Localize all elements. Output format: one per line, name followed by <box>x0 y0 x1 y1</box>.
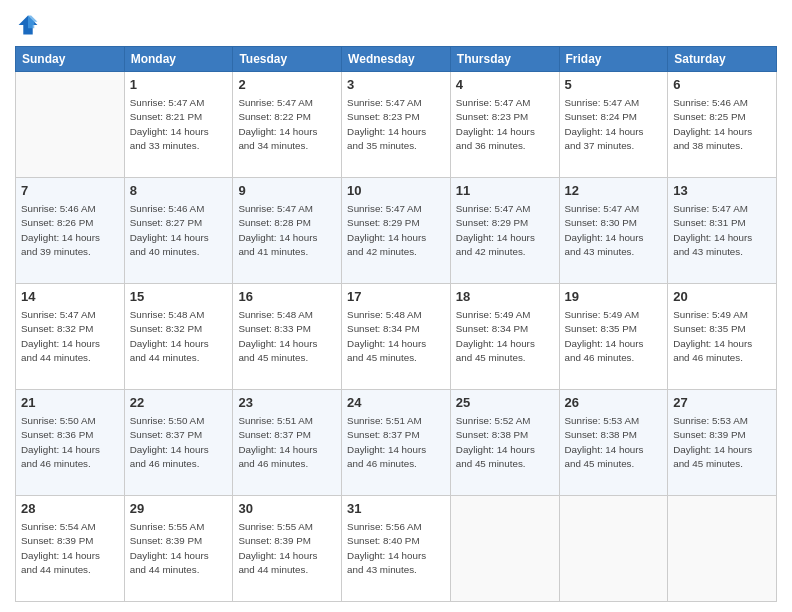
weekday-header-wednesday: Wednesday <box>342 47 451 72</box>
day-info: Sunrise: 5:49 AMSunset: 8:35 PMDaylight:… <box>673 308 771 365</box>
weekday-header-friday: Friday <box>559 47 668 72</box>
header <box>15 10 777 40</box>
calendar-cell: 4Sunrise: 5:47 AMSunset: 8:23 PMDaylight… <box>450 72 559 178</box>
calendar-cell: 31Sunrise: 5:56 AMSunset: 8:40 PMDayligh… <box>342 496 451 602</box>
day-number: 17 <box>347 288 445 306</box>
day-number: 21 <box>21 394 119 412</box>
day-info: Sunrise: 5:51 AMSunset: 8:37 PMDaylight:… <box>347 414 445 471</box>
calendar-cell <box>16 72 125 178</box>
day-info: Sunrise: 5:47 AMSunset: 8:31 PMDaylight:… <box>673 202 771 259</box>
day-number: 20 <box>673 288 771 306</box>
day-info: Sunrise: 5:47 AMSunset: 8:21 PMDaylight:… <box>130 96 228 153</box>
day-info: Sunrise: 5:46 AMSunset: 8:25 PMDaylight:… <box>673 96 771 153</box>
day-info: Sunrise: 5:50 AMSunset: 8:37 PMDaylight:… <box>130 414 228 471</box>
day-info: Sunrise: 5:53 AMSunset: 8:38 PMDaylight:… <box>565 414 663 471</box>
day-info: Sunrise: 5:46 AMSunset: 8:26 PMDaylight:… <box>21 202 119 259</box>
day-number: 4 <box>456 76 554 94</box>
calendar-cell: 18Sunrise: 5:49 AMSunset: 8:34 PMDayligh… <box>450 284 559 390</box>
day-number: 29 <box>130 500 228 518</box>
day-number: 25 <box>456 394 554 412</box>
day-info: Sunrise: 5:48 AMSunset: 8:34 PMDaylight:… <box>347 308 445 365</box>
day-number: 6 <box>673 76 771 94</box>
day-info: Sunrise: 5:49 AMSunset: 8:34 PMDaylight:… <box>456 308 554 365</box>
day-info: Sunrise: 5:47 AMSunset: 8:22 PMDaylight:… <box>238 96 336 153</box>
day-number: 26 <box>565 394 663 412</box>
calendar-cell: 28Sunrise: 5:54 AMSunset: 8:39 PMDayligh… <box>16 496 125 602</box>
calendar-cell: 24Sunrise: 5:51 AMSunset: 8:37 PMDayligh… <box>342 390 451 496</box>
day-number: 8 <box>130 182 228 200</box>
page: SundayMondayTuesdayWednesdayThursdayFrid… <box>0 0 792 612</box>
day-info: Sunrise: 5:47 AMSunset: 8:30 PMDaylight:… <box>565 202 663 259</box>
day-number: 28 <box>21 500 119 518</box>
calendar-cell: 29Sunrise: 5:55 AMSunset: 8:39 PMDayligh… <box>124 496 233 602</box>
calendar-cell: 27Sunrise: 5:53 AMSunset: 8:39 PMDayligh… <box>668 390 777 496</box>
weekday-header-tuesday: Tuesday <box>233 47 342 72</box>
day-info: Sunrise: 5:55 AMSunset: 8:39 PMDaylight:… <box>238 520 336 577</box>
day-info: Sunrise: 5:51 AMSunset: 8:37 PMDaylight:… <box>238 414 336 471</box>
logo-icon <box>17 14 39 36</box>
calendar-cell <box>450 496 559 602</box>
day-info: Sunrise: 5:47 AMSunset: 8:32 PMDaylight:… <box>21 308 119 365</box>
weekday-header-monday: Monday <box>124 47 233 72</box>
day-info: Sunrise: 5:52 AMSunset: 8:38 PMDaylight:… <box>456 414 554 471</box>
calendar-cell: 17Sunrise: 5:48 AMSunset: 8:34 PMDayligh… <box>342 284 451 390</box>
calendar-cell: 16Sunrise: 5:48 AMSunset: 8:33 PMDayligh… <box>233 284 342 390</box>
day-number: 16 <box>238 288 336 306</box>
day-info: Sunrise: 5:48 AMSunset: 8:33 PMDaylight:… <box>238 308 336 365</box>
day-number: 9 <box>238 182 336 200</box>
weekday-header-sunday: Sunday <box>16 47 125 72</box>
calendar-cell: 3Sunrise: 5:47 AMSunset: 8:23 PMDaylight… <box>342 72 451 178</box>
calendar-cell <box>559 496 668 602</box>
calendar-cell: 12Sunrise: 5:47 AMSunset: 8:30 PMDayligh… <box>559 178 668 284</box>
calendar-cell: 20Sunrise: 5:49 AMSunset: 8:35 PMDayligh… <box>668 284 777 390</box>
calendar-table: SundayMondayTuesdayWednesdayThursdayFrid… <box>15 46 777 602</box>
day-number: 13 <box>673 182 771 200</box>
day-info: Sunrise: 5:49 AMSunset: 8:35 PMDaylight:… <box>565 308 663 365</box>
day-number: 30 <box>238 500 336 518</box>
calendar-cell: 2Sunrise: 5:47 AMSunset: 8:22 PMDaylight… <box>233 72 342 178</box>
weekday-header-saturday: Saturday <box>668 47 777 72</box>
calendar-cell: 21Sunrise: 5:50 AMSunset: 8:36 PMDayligh… <box>16 390 125 496</box>
calendar-cell: 9Sunrise: 5:47 AMSunset: 8:28 PMDaylight… <box>233 178 342 284</box>
calendar-cell: 7Sunrise: 5:46 AMSunset: 8:26 PMDaylight… <box>16 178 125 284</box>
day-info: Sunrise: 5:54 AMSunset: 8:39 PMDaylight:… <box>21 520 119 577</box>
day-info: Sunrise: 5:47 AMSunset: 8:23 PMDaylight:… <box>347 96 445 153</box>
calendar-cell: 15Sunrise: 5:48 AMSunset: 8:32 PMDayligh… <box>124 284 233 390</box>
day-info: Sunrise: 5:47 AMSunset: 8:23 PMDaylight:… <box>456 96 554 153</box>
day-number: 15 <box>130 288 228 306</box>
logo <box>15 14 39 40</box>
day-number: 19 <box>565 288 663 306</box>
calendar-week-row: 21Sunrise: 5:50 AMSunset: 8:36 PMDayligh… <box>16 390 777 496</box>
day-info: Sunrise: 5:47 AMSunset: 8:29 PMDaylight:… <box>347 202 445 259</box>
day-number: 24 <box>347 394 445 412</box>
weekday-header-row: SundayMondayTuesdayWednesdayThursdayFrid… <box>16 47 777 72</box>
calendar-cell: 25Sunrise: 5:52 AMSunset: 8:38 PMDayligh… <box>450 390 559 496</box>
weekday-header-thursday: Thursday <box>450 47 559 72</box>
day-info: Sunrise: 5:46 AMSunset: 8:27 PMDaylight:… <box>130 202 228 259</box>
day-info: Sunrise: 5:47 AMSunset: 8:24 PMDaylight:… <box>565 96 663 153</box>
calendar-cell: 6Sunrise: 5:46 AMSunset: 8:25 PMDaylight… <box>668 72 777 178</box>
day-number: 18 <box>456 288 554 306</box>
calendar-cell <box>668 496 777 602</box>
day-number: 31 <box>347 500 445 518</box>
day-info: Sunrise: 5:55 AMSunset: 8:39 PMDaylight:… <box>130 520 228 577</box>
calendar-week-row: 14Sunrise: 5:47 AMSunset: 8:32 PMDayligh… <box>16 284 777 390</box>
calendar-cell: 10Sunrise: 5:47 AMSunset: 8:29 PMDayligh… <box>342 178 451 284</box>
calendar-week-row: 7Sunrise: 5:46 AMSunset: 8:26 PMDaylight… <box>16 178 777 284</box>
calendar-week-row: 28Sunrise: 5:54 AMSunset: 8:39 PMDayligh… <box>16 496 777 602</box>
day-info: Sunrise: 5:47 AMSunset: 8:29 PMDaylight:… <box>456 202 554 259</box>
svg-marker-1 <box>28 16 37 29</box>
calendar-cell: 22Sunrise: 5:50 AMSunset: 8:37 PMDayligh… <box>124 390 233 496</box>
day-number: 14 <box>21 288 119 306</box>
day-info: Sunrise: 5:50 AMSunset: 8:36 PMDaylight:… <box>21 414 119 471</box>
calendar-cell: 13Sunrise: 5:47 AMSunset: 8:31 PMDayligh… <box>668 178 777 284</box>
day-number: 22 <box>130 394 228 412</box>
calendar-cell: 14Sunrise: 5:47 AMSunset: 8:32 PMDayligh… <box>16 284 125 390</box>
day-number: 2 <box>238 76 336 94</box>
day-number: 23 <box>238 394 336 412</box>
day-number: 3 <box>347 76 445 94</box>
day-info: Sunrise: 5:48 AMSunset: 8:32 PMDaylight:… <box>130 308 228 365</box>
day-info: Sunrise: 5:47 AMSunset: 8:28 PMDaylight:… <box>238 202 336 259</box>
day-number: 7 <box>21 182 119 200</box>
calendar-cell: 1Sunrise: 5:47 AMSunset: 8:21 PMDaylight… <box>124 72 233 178</box>
